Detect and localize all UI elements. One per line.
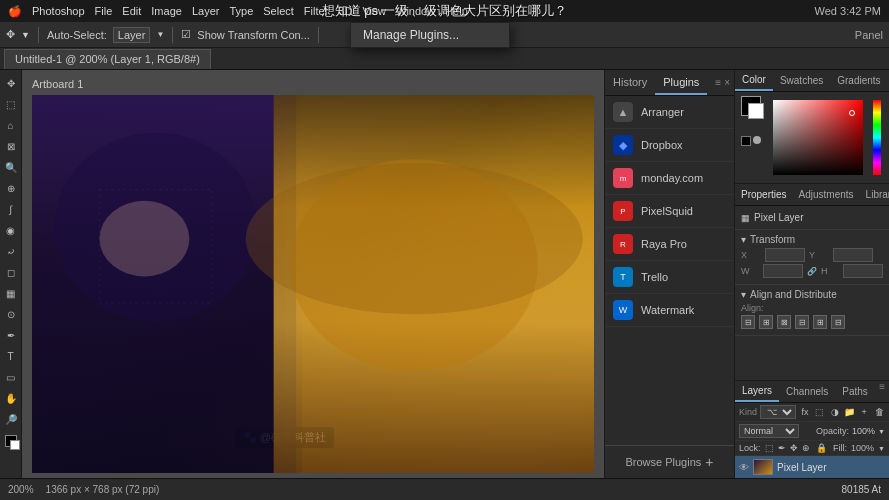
align-right-btn[interactable]: ⊠ bbox=[777, 315, 791, 329]
fx-btn[interactable]: fx bbox=[799, 405, 811, 419]
transform-check[interactable]: ☑ bbox=[181, 28, 191, 41]
apple-menu[interactable]: 🍎 bbox=[8, 5, 22, 18]
align-top-btn[interactable]: ⊟ bbox=[795, 315, 809, 329]
tab-libraries[interactable]: Libraries bbox=[860, 184, 889, 205]
foreground-color[interactable] bbox=[5, 435, 17, 447]
link-wh-icon[interactable]: 🔗 bbox=[807, 267, 817, 276]
lock-transparent-btn[interactable]: ⬚ bbox=[765, 443, 774, 453]
tab-properties[interactable]: Properties bbox=[735, 184, 793, 205]
dodge-tool[interactable]: ⊙ bbox=[2, 305, 20, 323]
select-tool[interactable]: ⬚ bbox=[2, 95, 20, 113]
align-center-btn[interactable]: ⊞ bbox=[759, 315, 773, 329]
gradient-tool[interactable]: ▦ bbox=[2, 284, 20, 302]
plugin-trello[interactable]: T Trello bbox=[605, 261, 734, 294]
shape-tool[interactable]: ▭ bbox=[2, 368, 20, 386]
hand-tool[interactable]: ✋ bbox=[2, 389, 20, 407]
background-swatch[interactable] bbox=[748, 103, 764, 119]
menu-edit[interactable]: Edit bbox=[122, 5, 141, 17]
tab-paths[interactable]: Paths bbox=[835, 381, 875, 402]
clone-tool[interactable]: ◉ bbox=[2, 221, 20, 239]
pen-tool[interactable]: ✒ bbox=[2, 326, 20, 344]
menu-select[interactable]: Select bbox=[263, 5, 294, 17]
plugin-pixelsquid[interactable]: P PixelSquid bbox=[605, 195, 734, 228]
h-input[interactable] bbox=[843, 264, 883, 278]
arranger-icon: ▲ bbox=[613, 102, 633, 122]
document-tab[interactable]: Untitled-1 @ 200% (Layer 1, RGB/8#) bbox=[4, 49, 211, 69]
align-header: ▾ Align and Distribute bbox=[741, 289, 883, 300]
layer-item[interactable]: 👁 Pixel Layer bbox=[735, 456, 889, 478]
menu-layer[interactable]: Layer bbox=[192, 5, 220, 17]
panel-close-icon[interactable]: × bbox=[724, 77, 730, 88]
plugin-raya-pro[interactable]: R Raya Pro bbox=[605, 228, 734, 261]
pixelsquid-icon: P bbox=[613, 201, 633, 221]
y-label: Y bbox=[809, 250, 829, 260]
tab-channels[interactable]: Channels bbox=[779, 381, 835, 402]
reset-fg-icon[interactable] bbox=[741, 136, 751, 146]
w-input[interactable] bbox=[763, 264, 803, 278]
lock-pixels-btn[interactable]: ✒ bbox=[778, 443, 786, 453]
swap-colors-icon[interactable] bbox=[753, 136, 761, 144]
plugins-panel-header: History Plugins ≡ × bbox=[605, 70, 734, 96]
blend-mode-select[interactable]: Normal bbox=[739, 424, 799, 438]
crop-tool[interactable]: ⊠ bbox=[2, 137, 20, 155]
plugin-dropbox[interactable]: ◆ Dropbox bbox=[605, 129, 734, 162]
eyedropper-tool[interactable]: 🔍 bbox=[2, 158, 20, 176]
align-distribute-section: ▾ Align and Distribute Align: ⊟ ⊞ ⊠ ⊟ ⊞ … bbox=[735, 285, 889, 336]
fg-bg-swatches bbox=[741, 96, 765, 146]
move-tool[interactable]: ✥ bbox=[2, 74, 20, 92]
delete-layer-btn[interactable]: 🗑 bbox=[873, 405, 885, 419]
menu-type[interactable]: Type bbox=[229, 5, 253, 17]
plugin-monday[interactable]: m monday.com bbox=[605, 162, 734, 195]
new-layer-btn[interactable]: + bbox=[858, 405, 870, 419]
chevron-transform-icon: ▾ bbox=[741, 234, 746, 245]
menu-view[interactable]: View bbox=[362, 5, 386, 17]
tab-swatches[interactable]: Swatches bbox=[773, 70, 830, 91]
lock-artboard-btn[interactable]: ⊕ bbox=[802, 443, 810, 453]
menu-photoshop[interactable]: Photoshop bbox=[32, 5, 85, 17]
manage-plugins-item[interactable]: Manage Plugins... bbox=[351, 23, 509, 47]
menu-window[interactable]: Window bbox=[396, 5, 435, 17]
align-bottom-btn[interactable]: ⊟ bbox=[831, 315, 845, 329]
tab-gradients[interactable]: Gradients bbox=[830, 70, 887, 91]
menu-file[interactable]: File bbox=[95, 5, 113, 17]
lasso-tool[interactable]: ⌂ bbox=[2, 116, 20, 134]
folder-btn[interactable]: 📁 bbox=[844, 405, 856, 419]
foreground-swatch[interactable] bbox=[741, 96, 761, 116]
tab-plugins[interactable]: Plugins bbox=[655, 70, 707, 95]
background-color[interactable] bbox=[10, 440, 20, 450]
brush-tool[interactable]: ∫ bbox=[2, 200, 20, 218]
align-left-btn[interactable]: ⊟ bbox=[741, 315, 755, 329]
layer-visibility-icon[interactable]: 👁 bbox=[739, 462, 749, 473]
panel-label[interactable]: Panel bbox=[855, 29, 883, 41]
kind-select[interactable]: ⌥ bbox=[760, 405, 796, 419]
history-brush[interactable]: ⤾ bbox=[2, 242, 20, 260]
layers-menu-icon[interactable]: ≡ bbox=[879, 381, 889, 402]
browse-plugins-button[interactable]: Browse Plugins + bbox=[605, 445, 734, 478]
tab-color[interactable]: Color bbox=[735, 70, 773, 91]
left-toolbar: ✥ ⬚ ⌂ ⊠ 🔍 ⊕ ∫ ◉ ⤾ ◻ ▦ ⊙ ✒ T ▭ ✋ 🔎 bbox=[0, 70, 22, 478]
spot-heal-tool[interactable]: ⊕ bbox=[2, 179, 20, 197]
hue-slider[interactable] bbox=[873, 100, 881, 175]
adj-btn[interactable]: ◑ bbox=[829, 405, 841, 419]
layer-name: Pixel Layer bbox=[777, 462, 826, 473]
color-picker-gradient[interactable] bbox=[773, 100, 863, 175]
tab-adjustments[interactable]: Adjustments bbox=[793, 184, 860, 205]
menu-3d[interactable]: 3D bbox=[338, 5, 352, 17]
lock-position-btn[interactable]: ✥ bbox=[790, 443, 798, 453]
menu-image[interactable]: Image bbox=[151, 5, 182, 17]
x-input[interactable] bbox=[765, 248, 805, 262]
plugin-watermark[interactable]: W Watermark bbox=[605, 294, 734, 327]
zoom-tool[interactable]: 🔎 bbox=[2, 410, 20, 428]
y-input[interactable] bbox=[833, 248, 873, 262]
menu-filter[interactable]: Filter bbox=[304, 5, 328, 17]
align-middle-btn[interactable]: ⊞ bbox=[813, 315, 827, 329]
eraser-tool[interactable]: ◻ bbox=[2, 263, 20, 281]
menu-help[interactable]: Help bbox=[445, 5, 468, 17]
panel-menu-icon[interactable]: ≡ bbox=[715, 77, 721, 88]
lock-all-btn[interactable]: 🔒 bbox=[816, 443, 827, 453]
mask-btn[interactable]: ⬚ bbox=[814, 405, 826, 419]
plugin-arranger[interactable]: ▲ Arranger bbox=[605, 96, 734, 129]
tab-history[interactable]: History bbox=[605, 70, 655, 95]
text-tool[interactable]: T bbox=[2, 347, 20, 365]
tab-layers[interactable]: Layers bbox=[735, 381, 779, 402]
